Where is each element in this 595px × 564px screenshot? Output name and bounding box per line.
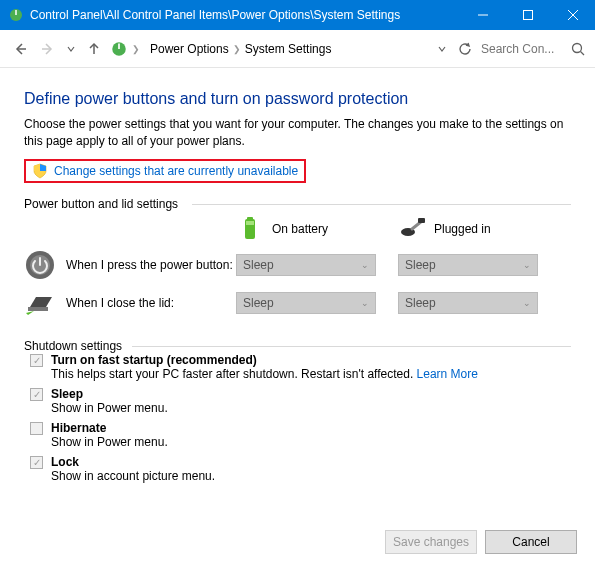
location-icon — [110, 40, 128, 58]
section-legend: Shutdown settings — [24, 339, 128, 353]
hibernate-desc: Show in Power menu. — [51, 435, 168, 449]
titlebar: Control Panel\All Control Panel Items\Po… — [0, 0, 595, 30]
close-lid-plugged-select[interactable]: Sleep⌄ — [398, 292, 538, 314]
shutdown-settings-section: Shutdown settings ✓ Turn on fast startup… — [24, 339, 571, 485]
plug-icon — [398, 215, 426, 243]
laptop-lid-icon — [24, 287, 56, 319]
sleep-checkbox[interactable]: ✓ — [30, 388, 43, 401]
battery-icon — [236, 215, 264, 243]
power-button-icon — [24, 249, 56, 281]
sleep-desc: Show in Power menu. — [51, 401, 168, 415]
svg-line-10 — [581, 51, 585, 55]
minimize-button[interactable] — [460, 0, 505, 30]
search-icon[interactable] — [569, 37, 587, 61]
lock-label: Lock — [51, 455, 79, 469]
power-options-icon — [8, 7, 24, 23]
chevron-down-icon: ⌄ — [361, 260, 369, 270]
svg-point-9 — [573, 43, 582, 52]
page-title: Define power buttons and turn on passwor… — [24, 90, 571, 108]
svg-rect-18 — [28, 307, 48, 311]
chevron-down-icon: ⌄ — [523, 298, 531, 308]
forward-button[interactable] — [36, 37, 60, 61]
shield-icon — [32, 163, 48, 179]
chevron-down-icon: ⌄ — [523, 260, 531, 270]
learn-more-link[interactable]: Learn More — [417, 367, 478, 381]
lock-desc: Show in account picture menu. — [51, 469, 215, 483]
column-plugged-label: Plugged in — [434, 222, 491, 236]
change-settings-highlight: Change settings that are currently unava… — [24, 159, 306, 183]
recent-dropdown[interactable] — [64, 37, 78, 61]
power-button-plugged-select[interactable]: Sleep⌄ — [398, 254, 538, 276]
close-lid-label: When I close the lid: — [66, 296, 174, 310]
close-button[interactable] — [550, 0, 595, 30]
page-subtext: Choose the power settings that you want … — [24, 116, 571, 151]
power-button-battery-select[interactable]: Sleep⌄ — [236, 254, 376, 276]
history-dropdown[interactable] — [435, 37, 449, 61]
power-button-lid-section: Power button and lid settings On battery… — [24, 197, 571, 325]
svg-rect-2 — [523, 11, 532, 20]
lock-checkbox[interactable]: ✓ — [30, 456, 43, 469]
fast-startup-desc: This helps start your PC faster after sh… — [51, 367, 417, 381]
window-title: Control Panel\All Control Panel Items\Po… — [30, 8, 460, 22]
breadcrumb-system-settings[interactable]: System Settings — [245, 42, 332, 56]
breadcrumb[interactable]: Power Options ❯ System Settings — [144, 42, 431, 56]
search-input[interactable] — [481, 42, 567, 56]
power-button-label: When I press the power button: — [66, 258, 233, 272]
change-settings-link[interactable]: Change settings that are currently unava… — [54, 164, 298, 178]
maximize-button[interactable] — [505, 0, 550, 30]
chevron-down-icon: ⌄ — [361, 298, 369, 308]
svg-rect-15 — [418, 218, 425, 223]
save-button[interactable]: Save changes — [385, 530, 477, 554]
refresh-button[interactable] — [453, 37, 477, 61]
fast-startup-label: Turn on fast startup (recommended) — [51, 353, 257, 367]
sleep-label: Sleep — [51, 387, 83, 401]
fast-startup-checkbox[interactable]: ✓ — [30, 354, 43, 367]
svg-rect-12 — [247, 217, 253, 220]
column-battery-label: On battery — [272, 222, 328, 236]
breadcrumb-power-options[interactable]: Power Options — [150, 42, 229, 56]
hibernate-label: Hibernate — [51, 421, 106, 435]
svg-rect-13 — [246, 221, 254, 225]
back-button[interactable] — [8, 37, 32, 61]
navigation-bar: ❯ Power Options ❯ System Settings — [0, 30, 595, 68]
chevron-right-icon: ❯ — [233, 44, 241, 54]
hibernate-checkbox[interactable] — [30, 422, 43, 435]
up-button[interactable] — [82, 37, 106, 61]
chevron-right-icon: ❯ — [132, 44, 140, 54]
close-lid-battery-select[interactable]: Sleep⌄ — [236, 292, 376, 314]
cancel-button[interactable]: Cancel — [485, 530, 577, 554]
section-legend: Power button and lid settings — [24, 197, 184, 211]
